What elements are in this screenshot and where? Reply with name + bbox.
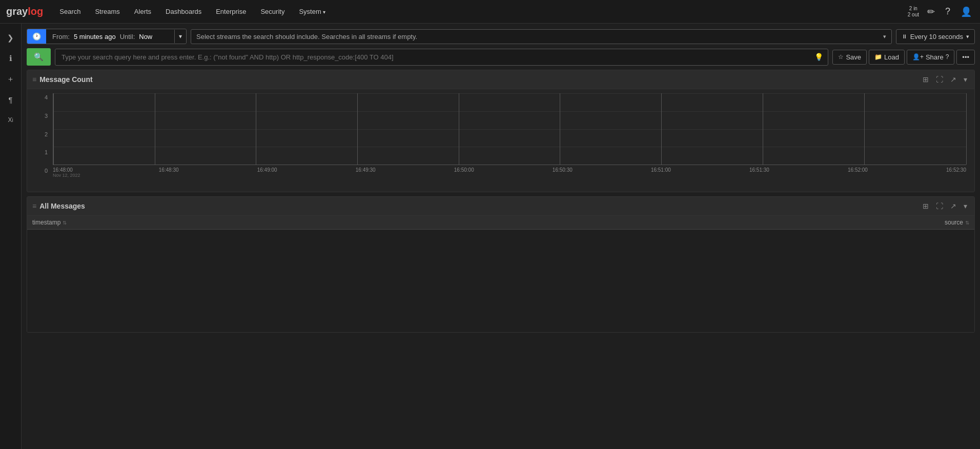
source-sort-icon: ⇅ bbox=[965, 220, 969, 226]
y-axis: 0 1 2 3 4 bbox=[32, 94, 48, 174]
chart-wrapper: 0 1 2 3 4 bbox=[27, 89, 974, 192]
all-messages-collapse-btn[interactable]: ▾ bbox=[962, 201, 969, 211]
search-input-wrapper: 💡 bbox=[55, 49, 828, 66]
sidebar-subscript-btn[interactable]: Xi bbox=[2, 111, 20, 129]
all-messages-panel-actions: ⊞ ⛶ ↗ ▾ bbox=[921, 201, 969, 211]
y-label-4: 4 bbox=[32, 94, 48, 100]
vtick-7 bbox=[763, 93, 763, 165]
nav-item-search[interactable]: Search bbox=[53, 5, 87, 18]
vtick-8 bbox=[864, 93, 865, 165]
message-count-header: ≡ Message Count ⊞ ⛶ ↗ ▾ bbox=[27, 70, 974, 89]
panel-collapse-btn[interactable]: ▾ bbox=[962, 74, 969, 85]
share-btn[interactable]: 👤+ Share ? bbox=[907, 50, 954, 65]
x-time-0: 16:48:00 bbox=[53, 167, 73, 173]
pause-icon: ⏸ bbox=[902, 33, 907, 39]
search-go-btn[interactable]: 🔍 bbox=[27, 48, 51, 66]
share-person-icon: 👤+ bbox=[912, 53, 924, 60]
y-label-1: 1 bbox=[32, 149, 48, 155]
vtick-4 bbox=[459, 93, 459, 165]
all-messages-external-link-btn[interactable]: ↗ bbox=[948, 201, 958, 211]
x-date-0: Nov 12, 2022 bbox=[53, 173, 80, 178]
all-messages-expand-grid-btn[interactable]: ⊞ bbox=[921, 201, 931, 211]
panel-expand-grid-btn[interactable]: ⊞ bbox=[921, 74, 931, 85]
message-count-title: ≡ Message Count bbox=[32, 75, 93, 84]
timestamp-label: timestamp bbox=[32, 219, 60, 226]
sidebar-info-btn[interactable]: ℹ bbox=[2, 49, 20, 68]
all-messages-header: ≡ All Messages ⊞ ⛶ ↗ ▾ bbox=[27, 197, 974, 216]
timestamp-sort-icon: ⇅ bbox=[63, 220, 67, 226]
message-count-panel: ≡ Message Count ⊞ ⛶ ↗ ▾ 0 1 2 3 4 bbox=[27, 70, 975, 192]
sidebar-paragraph-btn[interactable]: ¶ bbox=[2, 90, 20, 109]
save-label: Save bbox=[846, 53, 861, 61]
nav-item-streams[interactable]: Streams bbox=[89, 5, 126, 18]
x-label-2: 16:49:00 bbox=[257, 167, 277, 178]
from-value: 5 minutes ago bbox=[74, 33, 116, 40]
grid-h-3 bbox=[53, 111, 966, 112]
nav-item-alerts[interactable]: Alerts bbox=[128, 5, 157, 18]
sidebar: ❯ ℹ ＋ ¶ Xi bbox=[0, 24, 22, 449]
logo-log-text: log bbox=[28, 6, 43, 17]
nav-item-security[interactable]: Security bbox=[254, 5, 291, 18]
all-messages-title: ≡ All Messages bbox=[32, 202, 85, 210]
nav-item-enterprise[interactable]: Enterprise bbox=[210, 5, 252, 18]
nav-badge-in-out: 2 in 2 out bbox=[908, 6, 919, 18]
source-label: source bbox=[945, 219, 963, 226]
panel-actions: ⊞ ⛶ ↗ ▾ bbox=[921, 74, 969, 85]
refresh-btn[interactable]: ⏸ Every 10 seconds ▾ bbox=[896, 29, 975, 44]
save-btn[interactable]: ☆ Save bbox=[832, 50, 867, 65]
x-label-4: 16:50:00 bbox=[454, 167, 474, 178]
vtick-5 bbox=[560, 93, 560, 165]
drag-handle-icon: ≡ bbox=[32, 75, 36, 84]
logo-gray-text: gray bbox=[6, 6, 28, 17]
x-label-8: 16:52:00 bbox=[848, 167, 868, 178]
star-icon: ☆ bbox=[838, 53, 844, 60]
load-label: Load bbox=[884, 53, 899, 61]
time-range-display: From: 5 minutes ago Until: Now bbox=[46, 30, 174, 44]
source-column-header[interactable]: source ⇅ bbox=[945, 219, 969, 226]
x-label-7: 16:51:30 bbox=[749, 167, 769, 178]
grid-h-4 bbox=[53, 93, 966, 94]
message-count-title-text: Message Count bbox=[39, 75, 92, 84]
stream-select-chevron-icon: ▾ bbox=[883, 33, 886, 40]
x-label-0: 16:48:00 Nov 12, 2022 bbox=[53, 167, 80, 178]
vtick-6 bbox=[661, 93, 662, 165]
sidebar-expand-btn[interactable]: ❯ bbox=[2, 29, 20, 47]
x-label-1: 16:48:30 bbox=[159, 167, 179, 178]
all-messages-title-text: All Messages bbox=[39, 202, 85, 210]
x-label-6: 16:51:00 bbox=[651, 167, 671, 178]
share-label: Share bbox=[926, 53, 944, 61]
load-btn[interactable]: 📁 Load bbox=[869, 50, 905, 65]
time-range-dropdown-btn[interactable]: ▾ bbox=[174, 30, 186, 43]
stream-select[interactable]: Select streams the search should include… bbox=[191, 29, 892, 44]
all-messages-fullscreen-btn[interactable]: ⛶ bbox=[934, 201, 945, 211]
nav-item-dashboards[interactable]: Dashboards bbox=[159, 5, 208, 18]
edit-icon-btn[interactable]: ✏ bbox=[925, 4, 937, 19]
more-options-btn[interactable]: ••• bbox=[956, 50, 975, 65]
logo: graylog bbox=[6, 6, 43, 17]
y-label-2: 2 bbox=[32, 131, 48, 137]
nav-item-system[interactable]: System bbox=[293, 5, 331, 18]
content-area: 🕐 From: 5 minutes ago Until: Now ▾ Selec… bbox=[22, 24, 980, 449]
user-icon-btn[interactable]: 👤 bbox=[958, 4, 974, 19]
help-icon-btn[interactable]: ? bbox=[943, 4, 952, 19]
grid-h-2 bbox=[53, 129, 966, 130]
sidebar-add-btn[interactable]: ＋ bbox=[2, 70, 20, 88]
search-input[interactable] bbox=[55, 49, 828, 66]
from-label: From: bbox=[52, 33, 70, 40]
x-label-3: 16:49:30 bbox=[356, 167, 376, 178]
vtick-2 bbox=[256, 93, 256, 165]
panel-fullscreen-btn[interactable]: ⛶ bbox=[934, 74, 945, 85]
timestamp-column-header[interactable]: timestamp ⇅ bbox=[32, 219, 945, 226]
x-axis: 16:48:00 Nov 12, 2022 16:48:30 16:49:00 … bbox=[53, 167, 966, 178]
until-value: Now bbox=[139, 33, 152, 40]
panel-external-link-btn[interactable]: ↗ bbox=[948, 74, 958, 85]
share-help-icon: ? bbox=[946, 53, 949, 60]
all-messages-panel: ≡ All Messages ⊞ ⛶ ↗ ▾ timestamp ⇅ sourc… bbox=[27, 196, 975, 333]
stream-select-placeholder: Select streams the search should include… bbox=[196, 33, 883, 40]
time-range-icon-btn[interactable]: 🕐 bbox=[27, 29, 46, 44]
vtick-3 bbox=[357, 93, 358, 165]
folder-icon: 📁 bbox=[874, 53, 882, 60]
vtick-0 bbox=[53, 93, 54, 165]
nav-right: 2 in 2 out ✏ ? 👤 bbox=[908, 4, 974, 19]
y-label-0: 0 bbox=[32, 168, 48, 174]
